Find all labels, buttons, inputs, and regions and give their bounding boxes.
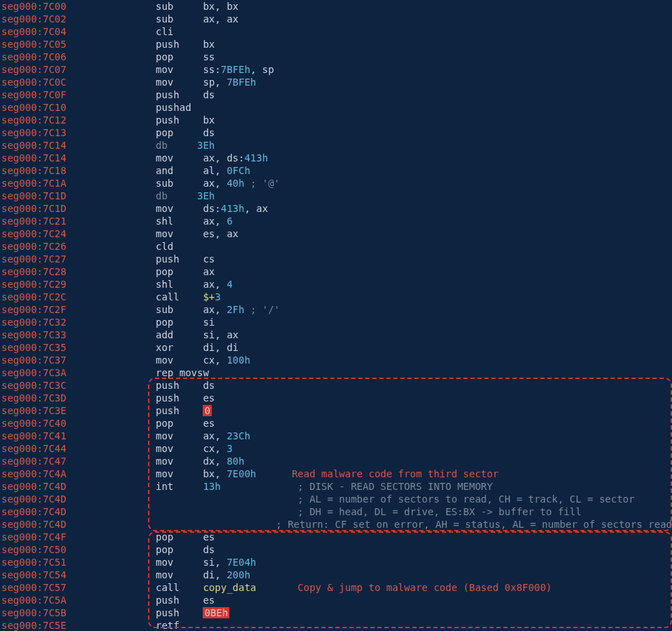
asm-line[interactable]: seg000:7C2Fsub ax, 2Fh ; '/' bbox=[0, 303, 672, 316]
asm-line[interactable]: seg000:7C14db 3Eh bbox=[0, 139, 672, 152]
instruction: cld bbox=[156, 240, 173, 253]
instruction: push 0 bbox=[156, 404, 212, 417]
address: seg000:7C44 bbox=[0, 442, 156, 455]
address: seg000:7C10 bbox=[0, 101, 156, 114]
asm-line[interactable]: seg000:7C35xor di, di bbox=[0, 341, 672, 354]
asm-line[interactable]: seg000:7C5Eretf bbox=[0, 619, 672, 631]
instruction: push ds bbox=[156, 379, 215, 392]
asm-line[interactable]: seg000:7C14mov ax, ds:413h bbox=[0, 152, 672, 164]
address: seg000:7C24 bbox=[0, 227, 156, 240]
instruction: mov ss:7BFEh, sp bbox=[156, 63, 274, 76]
instruction: add si, ax bbox=[156, 328, 238, 341]
asm-line[interactable]: seg000:7C4D ; Return: CF set on error, A… bbox=[0, 518, 672, 531]
asm-line[interactable]: seg000:7C10pushad bbox=[0, 101, 672, 114]
instruction: ; DH = head, DL = drive, ES:BX -> buffer… bbox=[156, 505, 582, 518]
asm-line[interactable]: seg000:7C12push bx bbox=[0, 114, 672, 126]
asm-line[interactable]: seg000:7C3Epush 0 bbox=[0, 404, 672, 417]
asm-line[interactable]: seg000:7C3Cpush ds bbox=[0, 379, 672, 392]
instruction: push 0BEh bbox=[156, 606, 229, 619]
instruction: pop ss bbox=[156, 51, 215, 63]
asm-line[interactable]: seg000:7C27push cs bbox=[0, 253, 672, 265]
asm-line[interactable]: seg000:7C3Arep movsw bbox=[0, 366, 672, 379]
asm-line[interactable]: seg000:7C1Asub ax, 40h ; '@' bbox=[0, 177, 672, 190]
instruction: pop es bbox=[156, 531, 215, 543]
instruction: pop si bbox=[156, 316, 215, 328]
instruction: shl ax, 4 bbox=[156, 278, 233, 291]
instruction: mov ax, 23Ch bbox=[156, 430, 250, 442]
asm-line[interactable]: seg000:7C44mov cx, 3 bbox=[0, 442, 672, 455]
address: seg000:7C50 bbox=[0, 543, 156, 556]
asm-line[interactable]: seg000:7C5Bpush 0BEh bbox=[0, 606, 672, 619]
asm-line[interactable]: seg000:7C02sub ax, ax bbox=[0, 13, 672, 25]
instruction: push es bbox=[156, 594, 215, 606]
asm-line[interactable]: seg000:7C1Ddb 3Eh bbox=[0, 190, 672, 202]
asm-line[interactable]: seg000:7C13pop ds bbox=[0, 126, 672, 139]
address: seg000:7C0F bbox=[0, 88, 156, 101]
asm-line[interactable]: seg000:7C4Dint 13h ; DISK - READ SECTORS… bbox=[0, 480, 672, 493]
asm-line[interactable]: seg000:7C28pop ax bbox=[0, 265, 672, 278]
asm-line[interactable]: seg000:7C29shl ax, 4 bbox=[0, 278, 672, 291]
address: seg000:7C2C bbox=[0, 291, 156, 303]
address: seg000:7C37 bbox=[0, 354, 156, 366]
instruction: call $+3 bbox=[156, 291, 221, 303]
asm-line[interactable]: seg000:7C2Ccall $+3 bbox=[0, 291, 672, 303]
address: seg000:7C33 bbox=[0, 328, 156, 341]
asm-line[interactable]: seg000:7C33add si, ax bbox=[0, 328, 672, 341]
asm-line[interactable]: seg000:7C54mov di, 200h bbox=[0, 569, 672, 581]
asm-line[interactable]: seg000:7C18and al, 0FCh bbox=[0, 164, 672, 177]
asm-line[interactable]: seg000:7C50pop ds bbox=[0, 543, 672, 556]
instruction: push bx bbox=[156, 38, 215, 51]
address: seg000:7C0C bbox=[0, 76, 156, 88]
asm-line[interactable]: seg000:7C4D ; AL = number of sectors to … bbox=[0, 493, 672, 505]
address: seg000:7C29 bbox=[0, 278, 156, 291]
asm-line[interactable]: seg000:7C0Fpush ds bbox=[0, 88, 672, 101]
asm-line[interactable]: seg000:7C3Dpush es bbox=[0, 392, 672, 404]
instruction: ; Return: CF set on error, AH = status, … bbox=[134, 518, 672, 531]
instruction: pop ds bbox=[156, 543, 215, 556]
address: seg000:7C3C bbox=[0, 379, 156, 392]
asm-line[interactable]: seg000:7C1Dmov ds:413h, ax bbox=[0, 202, 672, 215]
asm-line[interactable]: seg000:7C07mov ss:7BFEh, sp bbox=[0, 63, 672, 76]
address: seg000:7C4D bbox=[0, 505, 156, 518]
asm-line[interactable]: seg000:7C57call copy_data Copy & jump to… bbox=[0, 581, 672, 594]
address: seg000:7C3D bbox=[0, 392, 156, 404]
address: seg000:7C35 bbox=[0, 341, 156, 354]
asm-line[interactable]: seg000:7C0Cmov sp, 7BFEh bbox=[0, 76, 672, 88]
instruction: xor di, di bbox=[156, 341, 238, 354]
asm-line[interactable]: seg000:7C00sub bx, bx bbox=[0, 0, 672, 13]
asm-line[interactable]: seg000:7C05push bx bbox=[0, 38, 672, 51]
address: seg000:7C4D bbox=[0, 493, 156, 505]
instruction: sub ax, 2Fh ; '/' bbox=[156, 303, 280, 316]
address: seg000:7C40 bbox=[0, 417, 156, 430]
address: seg000:7C07 bbox=[0, 63, 156, 76]
asm-line[interactable]: seg000:7C37mov cx, 100h bbox=[0, 354, 672, 366]
address: seg000:7C1D bbox=[0, 190, 156, 202]
asm-line[interactable]: seg000:7C21shl ax, 6 bbox=[0, 215, 672, 227]
asm-line[interactable]: seg000:7C32pop si bbox=[0, 316, 672, 328]
instruction: sub ax, ax bbox=[156, 13, 238, 25]
asm-line[interactable]: seg000:7C40pop es bbox=[0, 417, 672, 430]
asm-line[interactable]: seg000:7C4Amov bx, 7E00h Read malware co… bbox=[0, 467, 672, 480]
asm-line[interactable]: seg000:7C24mov es, ax bbox=[0, 227, 672, 240]
asm-line[interactable]: seg000:7C04cli bbox=[0, 25, 672, 38]
address: seg000:7C05 bbox=[0, 38, 156, 51]
asm-line[interactable]: seg000:7C26cld bbox=[0, 240, 672, 253]
asm-line[interactable]: seg000:7C41mov ax, 23Ch bbox=[0, 430, 672, 442]
address: seg000:7C4D bbox=[0, 518, 134, 531]
instruction: sub ax, 40h ; '@' bbox=[156, 177, 280, 190]
asm-line[interactable]: seg000:7C51mov si, 7E04h bbox=[0, 556, 672, 569]
instruction: call copy_data Copy & jump to malware co… bbox=[156, 581, 552, 594]
address: seg000:7C57 bbox=[0, 581, 156, 594]
address: seg000:7C21 bbox=[0, 215, 156, 227]
address: seg000:7C51 bbox=[0, 556, 156, 569]
asm-line[interactable]: seg000:7C5Apush es bbox=[0, 594, 672, 606]
instruction: mov sp, 7BFEh bbox=[156, 76, 256, 88]
address: seg000:7C4A bbox=[0, 467, 156, 480]
asm-line[interactable]: seg000:7C4Fpop es bbox=[0, 531, 672, 543]
instruction: sub bx, bx bbox=[156, 0, 238, 13]
asm-line[interactable]: seg000:7C06pop ss bbox=[0, 51, 672, 63]
address: seg000:7C14 bbox=[0, 139, 156, 152]
asm-line[interactable]: seg000:7C47mov dx, 80h bbox=[0, 455, 672, 467]
asm-line[interactable]: seg000:7C4D ; DH = head, DL = drive, ES:… bbox=[0, 505, 672, 518]
instruction: pop es bbox=[156, 417, 215, 430]
